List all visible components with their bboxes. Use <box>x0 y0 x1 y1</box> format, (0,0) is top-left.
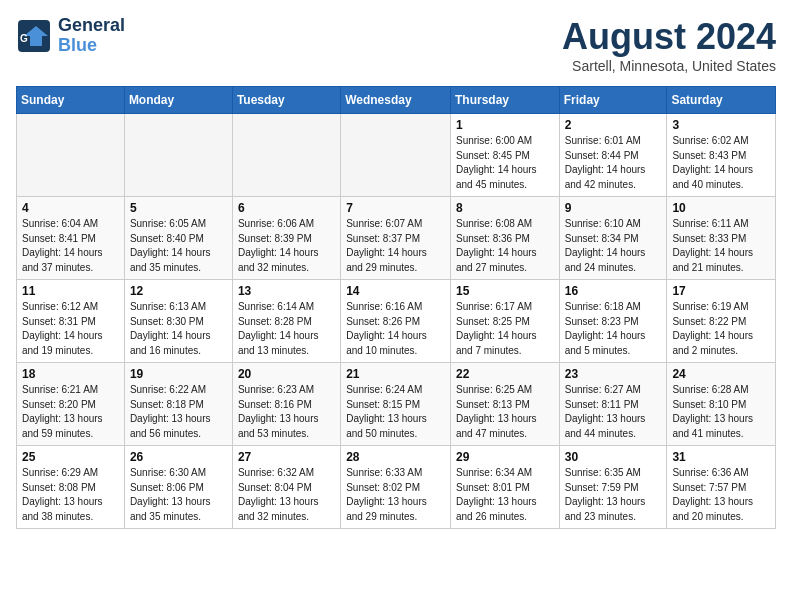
weekday-header-tuesday: Tuesday <box>232 87 340 114</box>
logo-text: GeneralBlue <box>58 16 125 56</box>
day-number: 23 <box>565 367 662 381</box>
calendar-cell: 28Sunrise: 6:33 AM Sunset: 8:02 PM Dayli… <box>341 446 451 529</box>
day-number: 27 <box>238 450 335 464</box>
day-number: 10 <box>672 201 770 215</box>
day-number: 26 <box>130 450 227 464</box>
day-info: Sunrise: 6:07 AM Sunset: 8:37 PM Dayligh… <box>346 217 445 275</box>
day-info: Sunrise: 6:08 AM Sunset: 8:36 PM Dayligh… <box>456 217 554 275</box>
calendar-cell: 2Sunrise: 6:01 AM Sunset: 8:44 PM Daylig… <box>559 114 667 197</box>
calendar-cell: 17Sunrise: 6:19 AM Sunset: 8:22 PM Dayli… <box>667 280 776 363</box>
calendar-cell: 27Sunrise: 6:32 AM Sunset: 8:04 PM Dayli… <box>232 446 340 529</box>
calendar-cell: 11Sunrise: 6:12 AM Sunset: 8:31 PM Dayli… <box>17 280 125 363</box>
calendar-cell: 4Sunrise: 6:04 AM Sunset: 8:41 PM Daylig… <box>17 197 125 280</box>
calendar-header-row: SundayMondayTuesdayWednesdayThursdayFrid… <box>17 87 776 114</box>
calendar-cell: 1Sunrise: 6:00 AM Sunset: 8:45 PM Daylig… <box>450 114 559 197</box>
day-number: 31 <box>672 450 770 464</box>
day-number: 19 <box>130 367 227 381</box>
day-number: 8 <box>456 201 554 215</box>
month-title: August 2024 <box>562 16 776 58</box>
calendar-week-row: 11Sunrise: 6:12 AM Sunset: 8:31 PM Dayli… <box>17 280 776 363</box>
day-info: Sunrise: 6:12 AM Sunset: 8:31 PM Dayligh… <box>22 300 119 358</box>
calendar-cell: 31Sunrise: 6:36 AM Sunset: 7:57 PM Dayli… <box>667 446 776 529</box>
day-info: Sunrise: 6:33 AM Sunset: 8:02 PM Dayligh… <box>346 466 445 524</box>
day-info: Sunrise: 6:27 AM Sunset: 8:11 PM Dayligh… <box>565 383 662 441</box>
calendar-cell: 8Sunrise: 6:08 AM Sunset: 8:36 PM Daylig… <box>450 197 559 280</box>
calendar-cell: 24Sunrise: 6:28 AM Sunset: 8:10 PM Dayli… <box>667 363 776 446</box>
day-number: 21 <box>346 367 445 381</box>
calendar-cell: 20Sunrise: 6:23 AM Sunset: 8:16 PM Dayli… <box>232 363 340 446</box>
day-number: 1 <box>456 118 554 132</box>
day-info: Sunrise: 6:14 AM Sunset: 8:28 PM Dayligh… <box>238 300 335 358</box>
calendar-cell: 6Sunrise: 6:06 AM Sunset: 8:39 PM Daylig… <box>232 197 340 280</box>
calendar-cell: 15Sunrise: 6:17 AM Sunset: 8:25 PM Dayli… <box>450 280 559 363</box>
day-number: 20 <box>238 367 335 381</box>
weekday-header-monday: Monday <box>124 87 232 114</box>
day-number: 11 <box>22 284 119 298</box>
day-info: Sunrise: 6:28 AM Sunset: 8:10 PM Dayligh… <box>672 383 770 441</box>
day-info: Sunrise: 6:06 AM Sunset: 8:39 PM Dayligh… <box>238 217 335 275</box>
day-info: Sunrise: 6:13 AM Sunset: 8:30 PM Dayligh… <box>130 300 227 358</box>
calendar-cell: 29Sunrise: 6:34 AM Sunset: 8:01 PM Dayli… <box>450 446 559 529</box>
day-number: 17 <box>672 284 770 298</box>
day-info: Sunrise: 6:21 AM Sunset: 8:20 PM Dayligh… <box>22 383 119 441</box>
day-number: 28 <box>346 450 445 464</box>
calendar-cell <box>124 114 232 197</box>
day-number: 18 <box>22 367 119 381</box>
calendar-cell: 16Sunrise: 6:18 AM Sunset: 8:23 PM Dayli… <box>559 280 667 363</box>
calendar-cell: 23Sunrise: 6:27 AM Sunset: 8:11 PM Dayli… <box>559 363 667 446</box>
day-number: 5 <box>130 201 227 215</box>
day-info: Sunrise: 6:05 AM Sunset: 8:40 PM Dayligh… <box>130 217 227 275</box>
calendar-cell: 10Sunrise: 6:11 AM Sunset: 8:33 PM Dayli… <box>667 197 776 280</box>
day-number: 12 <box>130 284 227 298</box>
calendar-cell: 22Sunrise: 6:25 AM Sunset: 8:13 PM Dayli… <box>450 363 559 446</box>
calendar-cell: 18Sunrise: 6:21 AM Sunset: 8:20 PM Dayli… <box>17 363 125 446</box>
day-number: 24 <box>672 367 770 381</box>
day-info: Sunrise: 6:24 AM Sunset: 8:15 PM Dayligh… <box>346 383 445 441</box>
day-info: Sunrise: 6:25 AM Sunset: 8:13 PM Dayligh… <box>456 383 554 441</box>
calendar-cell: 14Sunrise: 6:16 AM Sunset: 8:26 PM Dayli… <box>341 280 451 363</box>
calendar-cell: 3Sunrise: 6:02 AM Sunset: 8:43 PM Daylig… <box>667 114 776 197</box>
calendar-cell: 9Sunrise: 6:10 AM Sunset: 8:34 PM Daylig… <box>559 197 667 280</box>
day-number: 16 <box>565 284 662 298</box>
day-info: Sunrise: 6:32 AM Sunset: 8:04 PM Dayligh… <box>238 466 335 524</box>
calendar-cell: 5Sunrise: 6:05 AM Sunset: 8:40 PM Daylig… <box>124 197 232 280</box>
day-number: 25 <box>22 450 119 464</box>
day-info: Sunrise: 6:22 AM Sunset: 8:18 PM Dayligh… <box>130 383 227 441</box>
weekday-header-thursday: Thursday <box>450 87 559 114</box>
day-info: Sunrise: 6:36 AM Sunset: 7:57 PM Dayligh… <box>672 466 770 524</box>
calendar-cell: 21Sunrise: 6:24 AM Sunset: 8:15 PM Dayli… <box>341 363 451 446</box>
day-info: Sunrise: 6:29 AM Sunset: 8:08 PM Dayligh… <box>22 466 119 524</box>
day-number: 14 <box>346 284 445 298</box>
day-info: Sunrise: 6:30 AM Sunset: 8:06 PM Dayligh… <box>130 466 227 524</box>
day-number: 30 <box>565 450 662 464</box>
weekday-header-sunday: Sunday <box>17 87 125 114</box>
calendar-cell: 12Sunrise: 6:13 AM Sunset: 8:30 PM Dayli… <box>124 280 232 363</box>
calendar-cell: 7Sunrise: 6:07 AM Sunset: 8:37 PM Daylig… <box>341 197 451 280</box>
calendar-cell: 25Sunrise: 6:29 AM Sunset: 8:08 PM Dayli… <box>17 446 125 529</box>
day-info: Sunrise: 6:02 AM Sunset: 8:43 PM Dayligh… <box>672 134 770 192</box>
day-number: 29 <box>456 450 554 464</box>
day-info: Sunrise: 6:10 AM Sunset: 8:34 PM Dayligh… <box>565 217 662 275</box>
calendar-cell <box>341 114 451 197</box>
location-subtitle: Sartell, Minnesota, United States <box>562 58 776 74</box>
day-info: Sunrise: 6:35 AM Sunset: 7:59 PM Dayligh… <box>565 466 662 524</box>
calendar-week-row: 25Sunrise: 6:29 AM Sunset: 8:08 PM Dayli… <box>17 446 776 529</box>
svg-text:G: G <box>20 33 28 44</box>
calendar-cell <box>17 114 125 197</box>
logo: G GeneralBlue <box>16 16 125 56</box>
calendar-week-row: 4Sunrise: 6:04 AM Sunset: 8:41 PM Daylig… <box>17 197 776 280</box>
day-info: Sunrise: 6:34 AM Sunset: 8:01 PM Dayligh… <box>456 466 554 524</box>
logo-icon: G <box>16 18 52 54</box>
calendar-cell: 13Sunrise: 6:14 AM Sunset: 8:28 PM Dayli… <box>232 280 340 363</box>
day-info: Sunrise: 6:16 AM Sunset: 8:26 PM Dayligh… <box>346 300 445 358</box>
day-info: Sunrise: 6:04 AM Sunset: 8:41 PM Dayligh… <box>22 217 119 275</box>
calendar-cell: 26Sunrise: 6:30 AM Sunset: 8:06 PM Dayli… <box>124 446 232 529</box>
day-info: Sunrise: 6:17 AM Sunset: 8:25 PM Dayligh… <box>456 300 554 358</box>
title-block: August 2024 Sartell, Minnesota, United S… <box>562 16 776 74</box>
day-number: 7 <box>346 201 445 215</box>
calendar-week-row: 1Sunrise: 6:00 AM Sunset: 8:45 PM Daylig… <box>17 114 776 197</box>
day-number: 9 <box>565 201 662 215</box>
day-number: 6 <box>238 201 335 215</box>
day-number: 13 <box>238 284 335 298</box>
weekday-header-wednesday: Wednesday <box>341 87 451 114</box>
